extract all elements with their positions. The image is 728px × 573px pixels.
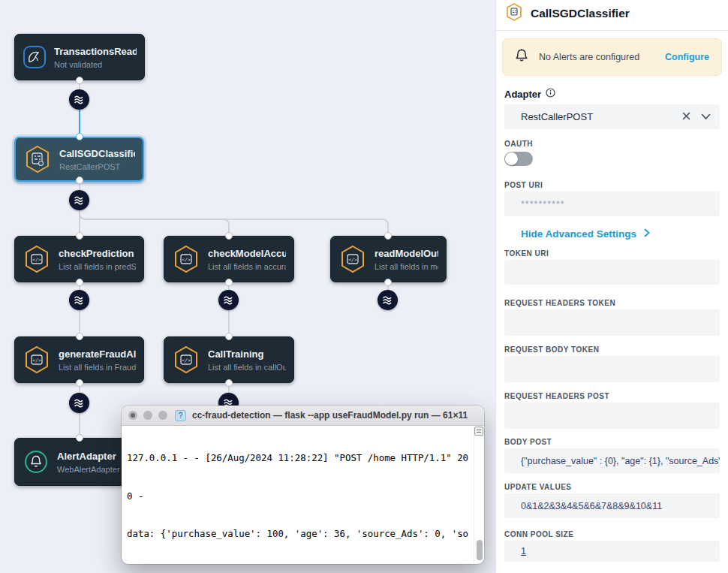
port[interactable] [76,232,83,240]
node-subtitle: Not validated [54,60,137,69]
classifier-hexagon-icon [505,2,523,25]
token-uri-label: TOKEN URI [504,249,720,258]
port[interactable] [225,333,233,340]
node-checkmodelaccuracy[interactable]: </> checkModelAccuracy List all fields i… [164,236,294,282]
port[interactable] [384,279,392,286]
terminal-window[interactable]: ? cc-fraud-detection — flask --app useFr… [122,406,484,564]
minimize-window-button[interactable] [143,411,152,420]
panel-header: CallSGDClassifier [496,0,728,31]
hide-advanced-settings-link[interactable]: Hide Advanced Settings [521,228,720,240]
node-subtitle: List all fields in accurac... [208,262,286,271]
token-uri-input[interactable] [504,260,720,285]
adapter-label: Adapter [504,89,541,100]
node-title: TransactionsReader [54,46,137,57]
node-title: AlertAdapter [57,451,120,462]
port[interactable] [225,379,233,387]
terminal-titlebar[interactable]: ? cc-fraud-detection — flask --app useFr… [122,406,484,426]
port[interactable] [384,232,392,240]
port[interactable] [76,133,83,140]
terminal-line: data: {'purchase_value': 100, 'age': 36,… [127,528,474,541]
alerts-banner: No Alerts are configured Configure [502,38,722,76]
node-subtitle: RestCallerPOST [59,162,135,171]
stream-connector-node[interactable] [69,393,89,413]
node-subtitle: List all fields in modelO... [375,262,438,271]
oauth-label: OAUTH [504,140,720,148]
port[interactable] [76,279,83,286]
toggle-knob [505,152,518,165]
port[interactable] [76,434,83,442]
conn-pool-size-label: CONN POOL SIZE [504,530,720,538]
panel-title: CallSGDClassifier [531,7,630,20]
stream-connector-node[interactable] [69,290,89,310]
request-body-token-input[interactable] [504,356,720,382]
adapter-select[interactable]: RestCallerPOST [504,104,720,129]
node-readmodeloutput[interactable]: </> readModelOutput List all fields in m… [330,236,447,282]
oauth-toggle[interactable] [504,152,533,166]
clear-selection-icon[interactable] [682,112,690,122]
configure-alerts-link[interactable]: Configure [665,52,709,62]
classifier-hexagon-icon [23,144,52,174]
code-hexagon-icon: </> [23,345,51,375]
bell-icon [515,48,528,66]
info-icon[interactable] [546,88,555,100]
node-subtitle: WebAlertAdapter [57,465,120,474]
post-uri-input[interactable]: ********** [504,192,720,216]
close-window-button[interactable] [128,411,137,420]
request-headers-post-input[interactable] [504,403,720,429]
terminal-profile-icon: ? [175,410,186,421]
conn-pool-size-value: 1 [521,546,526,556]
bell-icon [23,448,50,475]
node-subtitle: List all fields in callOutput [208,363,286,372]
alerts-banner-text: No Alerts are configured [539,52,654,62]
body-post-input[interactable]: {"purchase_value" : {0}, "age": {1}, "so… [504,448,720,473]
request-headers-token-input[interactable] [504,309,720,336]
node-subtitle: List all fields in FraudAl... [59,363,136,372]
terminal-output[interactable]: 127.0.0.1 - - [26/Aug/2024 11:28:22] "PO… [122,426,474,564]
chevron-right-icon [644,228,650,240]
post-uri-label: POST URI [504,181,720,189]
node-callsgdclassifier[interactable]: CallSGDClassifier RestCallerPOST [14,137,144,182]
node-transactionsreader[interactable]: TransactionsReader Not validated [14,34,145,80]
update-values-input[interactable]: 0&1&2&3&4&5&6&7&8&9&10&11 [504,493,720,518]
port[interactable] [76,333,83,340]
code-hexagon-icon: </> [338,244,367,274]
stream-connector-node[interactable] [218,290,239,310]
conn-pool-size-input[interactable]: 1 [504,541,720,562]
node-title: checkModelAccuracy [208,248,286,259]
node-checkprediction[interactable]: </> checkPrediction List all fields in p… [14,236,144,282]
node-title: checkPrediction [59,248,136,259]
chevron-down-icon[interactable] [701,112,711,122]
stream-connector-node[interactable] [378,290,398,310]
terminal-line: 127.0.0.1 - - [26/Aug/2024 11:28:22] "PO… [127,452,474,465]
scrollbar-thumb[interactable] [477,540,483,560]
node-title: CallTraining [208,348,286,360]
node-subtitle: List all fields in predStr... [59,262,136,271]
update-values-label: UPDATE VALUES [504,483,720,491]
svg-text:</>: </> [182,357,191,363]
database-reader-icon [23,45,47,69]
stream-connector-node[interactable] [69,89,89,110]
hide-advanced-settings-label: Hide Advanced Settings [521,228,636,240]
stream-connector-node[interactable] [69,190,89,210]
zoom-window-button[interactable] [158,411,167,420]
port[interactable] [225,279,233,286]
properties-panel: CallSGDClassifier No Alerts are configur… [495,0,728,573]
request-headers-token-label: REQUEST HEADERS TOKEN [504,299,720,307]
terminal-scrollbar[interactable] [474,426,484,564]
adapter-selected-value: RestCallerPOST [521,111,593,122]
terminal-window-title: cc-fraud-detection — flask --app useFrau… [192,410,468,421]
code-hexagon-icon: </> [172,345,200,375]
request-body-token-label: REQUEST BODY TOKEN [504,345,720,354]
node-generatefraudalert[interactable]: </> generateFraudAlert List all fields i… [14,336,144,383]
node-title: generateFraudAlert [59,348,136,360]
port[interactable] [76,176,83,184]
split-pane-icon[interactable] [474,427,483,436]
svg-text:</>: </> [32,357,41,363]
node-calltraining[interactable]: </> CallTraining List all fields in call… [164,336,294,383]
code-hexagon-icon: </> [172,244,200,274]
port[interactable] [76,77,83,84]
body-post-label: BODY POST [504,438,720,446]
port[interactable] [76,379,83,387]
node-title: CallSGDClassifier [59,148,135,159]
port[interactable] [225,232,233,240]
